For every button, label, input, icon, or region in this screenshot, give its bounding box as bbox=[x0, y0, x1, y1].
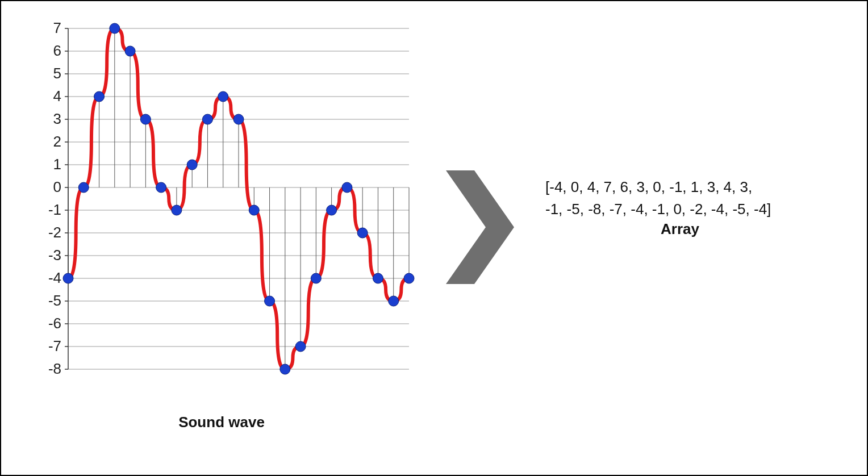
svg-point-86 bbox=[280, 364, 290, 374]
figure-frame: 76543210-1-2-3-4-5-6-7-8 Sound wave [-4,… bbox=[0, 0, 868, 476]
array-values: [-4, 0, 4, 7, 6, 3, 0, -1, 1, 3, 4, 3, -… bbox=[545, 176, 849, 220]
svg-text:-3: -3 bbox=[48, 247, 61, 264]
svg-point-76 bbox=[125, 46, 135, 56]
svg-text:1: 1 bbox=[53, 156, 61, 173]
svg-text:-4: -4 bbox=[48, 269, 61, 286]
svg-marker-95 bbox=[446, 170, 514, 284]
svg-point-88 bbox=[311, 273, 321, 283]
chart-panel: 76543210-1-2-3-4-5-6-7-8 Sound wave bbox=[17, 17, 426, 431]
array-caption: Array bbox=[545, 220, 849, 260]
chart-area: 76543210-1-2-3-4-5-6-7-8 bbox=[23, 17, 420, 392]
svg-text:7: 7 bbox=[53, 19, 61, 36]
svg-text:2: 2 bbox=[53, 133, 61, 150]
sound-wave-chart: 76543210-1-2-3-4-5-6-7-8 bbox=[23, 17, 420, 392]
svg-point-74 bbox=[94, 91, 105, 102]
svg-text:0: 0 bbox=[53, 178, 61, 195]
svg-point-78 bbox=[156, 182, 166, 193]
svg-point-79 bbox=[172, 205, 182, 215]
svg-text:-5: -5 bbox=[48, 292, 61, 309]
svg-text:-8: -8 bbox=[48, 360, 61, 377]
array-panel: [-4, 0, 4, 7, 6, 3, 0, -1, 1, 3, 4, 3, -… bbox=[534, 17, 849, 260]
svg-point-77 bbox=[140, 114, 151, 124]
svg-point-94 bbox=[404, 273, 414, 283]
svg-point-87 bbox=[295, 341, 306, 352]
svg-text:-2: -2 bbox=[48, 224, 61, 241]
svg-text:-7: -7 bbox=[48, 337, 61, 354]
svg-point-90 bbox=[342, 182, 352, 193]
svg-text:3: 3 bbox=[53, 110, 61, 127]
svg-point-93 bbox=[389, 296, 399, 306]
svg-point-92 bbox=[373, 273, 383, 283]
svg-text:5: 5 bbox=[53, 65, 61, 82]
svg-point-84 bbox=[249, 205, 259, 215]
svg-point-80 bbox=[187, 160, 197, 170]
svg-point-73 bbox=[78, 182, 89, 193]
svg-point-81 bbox=[202, 114, 212, 124]
chevron-right-icon bbox=[440, 165, 520, 290]
svg-text:-1: -1 bbox=[48, 201, 61, 218]
arrow-column bbox=[426, 17, 534, 290]
svg-point-82 bbox=[218, 91, 228, 102]
svg-point-75 bbox=[110, 23, 120, 34]
chart-caption: Sound wave bbox=[178, 414, 265, 431]
svg-text:4: 4 bbox=[53, 87, 61, 105]
svg-point-72 bbox=[63, 273, 73, 283]
svg-text:-6: -6 bbox=[48, 315, 61, 332]
svg-point-89 bbox=[327, 205, 337, 215]
svg-point-83 bbox=[233, 114, 244, 124]
svg-text:6: 6 bbox=[53, 42, 61, 59]
svg-point-91 bbox=[357, 228, 368, 238]
svg-point-85 bbox=[265, 296, 275, 306]
